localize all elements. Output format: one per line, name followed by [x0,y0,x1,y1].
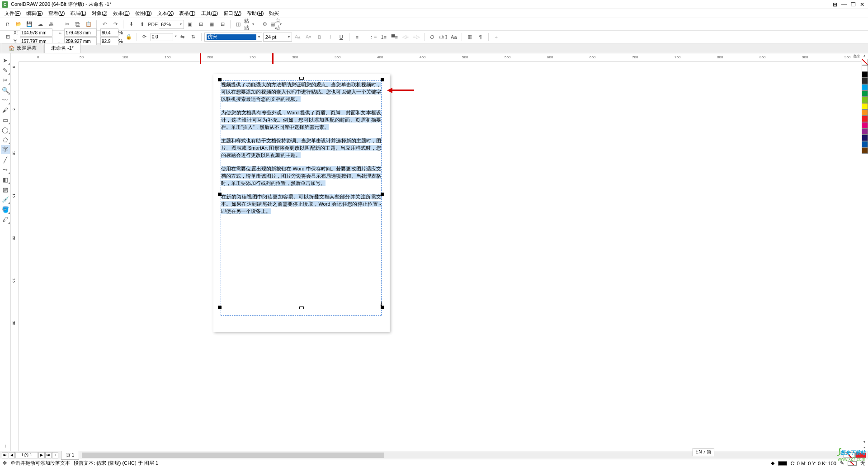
expand-toolbox-button[interactable]: + [1,441,10,450]
export-button[interactable]: ⬆ [137,19,147,29]
columns-button[interactable]: ▥ [465,32,475,42]
next-page-button[interactable]: ▶ [38,452,45,458]
minimize-button[interactable]: — [840,1,848,8]
color-swatch[interactable] [862,97,868,103]
scale-y-input[interactable] [100,37,118,45]
align-button[interactable]: ≡ [352,32,362,42]
paste-button[interactable]: 📋 [84,19,94,29]
polygon-tool[interactable]: ⬠ [1,135,10,144]
palette-up-button[interactable]: ▴ [861,53,868,59]
maximize-button[interactable]: ❐ [849,1,857,8]
color-swatch[interactable] [862,78,868,84]
add-page-button[interactable]: + [52,452,58,458]
text-paragraph[interactable]: 主题和样式也有助于文档保持协调。当您单击设计并选择新的主题时，图片、图表或 Sm… [221,137,381,159]
menu-text[interactable]: 文本(X) [155,9,177,18]
pdf-button[interactable]: PDF [148,19,158,29]
text-flow-handle-bottom[interactable] [299,307,304,309]
new-button[interactable]: 🗋 [3,19,13,29]
mirror-v-button[interactable]: ⇅ [189,32,198,42]
shape-tool[interactable]: ✎ [1,66,10,75]
launch-button[interactable]: ▤ 启动 ▾ [271,19,281,29]
prev-page-button[interactable]: ◀ [9,452,15,458]
guides-button[interactable]: ⊟ [217,19,227,29]
pick-tool[interactable]: ➤ [1,56,10,65]
page-tab[interactable]: 页 1 [61,451,79,460]
menu-object[interactable]: 对象(J) [89,9,110,18]
text-paragraph[interactable]: 在新的阅读视图中阅读更加容易。可以折叠文档某些部分并关注所需文本。如果在达到结尾… [221,193,381,215]
color-swatch[interactable] [862,65,868,71]
text-paragraph[interactable]: 使用在需要位置出现的新按钮在 Word 中保存时间。若要更改图片适应文档的方式，… [221,165,381,187]
no-color-swatch[interactable] [862,59,868,65]
bullets-button[interactable]: ⋮≡ [368,32,378,42]
last-page-button[interactable]: ⏭ [45,452,52,458]
redo-button[interactable]: ↷ [110,19,120,29]
connector-tool[interactable]: ⤳ [1,165,10,174]
grid-button[interactable]: ▦ [207,19,217,29]
menu-effects[interactable]: 效果(C) [110,9,132,18]
scale-x-input[interactable] [100,28,118,37]
options-button[interactable]: ⚙ [260,19,270,29]
rotation-input[interactable] [151,33,173,41]
canvas[interactable]: 视频提供了功能强大的方法帮助您证明您的观点。当您单击联机视频时，可以在想要添加的… [19,61,861,451]
transparency-tool[interactable]: ▨ [1,185,10,194]
horizontal-scrollbar[interactable] [82,453,837,458]
color-swatch[interactable] [862,122,868,128]
print-button[interactable]: 🖶 [46,19,56,29]
first-page-button[interactable]: ⏮ [2,452,8,458]
mirror-h-button[interactable]: ⇋ [178,32,188,42]
page-number-input[interactable] [15,452,38,458]
zoom-select[interactable]: ▾ [159,20,184,29]
help-window-button[interactable]: ⊞ [831,1,839,8]
text-paragraph[interactable]: 视频提供了功能强大的方法帮助您证明您的观点。当您单击联机视频时，可以在想要添加的… [221,81,381,103]
close-button[interactable]: ✕ [858,1,866,8]
home-tab[interactable]: 🏠 欢迎屏幕 [2,43,43,53]
menu-window[interactable]: 窗口(W) [221,9,244,18]
fill-color-indicator[interactable] [778,461,787,466]
crop-tool[interactable]: ✂ [1,75,10,85]
menu-tools[interactable]: 工具(O) [198,9,221,18]
horizontal-ruler[interactable]: 毫米 0501001502002503003504004505005506006… [19,53,861,61]
menu-table[interactable]: 表格(T) [176,9,198,18]
color-swatch[interactable] [862,116,868,122]
eyedropper-tool[interactable]: 💉 [1,195,10,204]
bold-button[interactable]: B [315,32,325,42]
indent-dec-button[interactable]: ◁≡ [401,32,410,42]
color-swatch[interactable] [862,103,868,109]
text-direction-button[interactable]: ¶ [476,32,486,42]
text-overflow-indicator[interactable]: ⤓ [379,300,384,307]
ellipse-tool[interactable]: ◯ [1,125,10,134]
menu-edit[interactable]: 编辑(E) [24,9,46,18]
selection-handle[interactable] [218,78,222,81]
open-button[interactable]: 📂 [14,19,24,29]
menu-bitmap[interactable]: 位图(B) [132,9,155,18]
text-paragraph[interactable]: 为使您的文档具有专业外观，Word 提供了页眉、页脚、封面和文本框设计，这些设计… [221,109,381,131]
width-input[interactable] [64,28,97,37]
menu-view[interactable]: 查看(V) [46,9,68,18]
cut-button[interactable]: ✂ [62,19,72,29]
ruler-button[interactable]: ⊞ [196,19,206,29]
color-swatch[interactable] [862,109,868,116]
color-swatch[interactable] [862,135,868,141]
font-size-select[interactable]: ▾ [263,33,292,42]
freehand-tool[interactable]: 〰 [1,95,10,104]
fullscreen-button[interactable]: ▣ [185,19,195,29]
menu-file[interactable]: 文件(F) [2,9,24,18]
document-tab[interactable]: 未命名 -1* [44,43,80,53]
zoom-input[interactable] [161,22,178,27]
artistic-media-tool[interactable]: 🖌 [1,105,10,114]
dropcap-button[interactable]: ▀≡ [390,32,400,42]
color-swatch[interactable] [862,128,868,135]
canvas-area[interactable]: 毫米 0501001502002503003504004505005506006… [11,53,861,451]
drop-shadow-tool[interactable]: ◧ [1,175,10,184]
lock-ratio-button[interactable]: 🔒 [124,32,134,42]
opentype-button[interactable]: O [427,32,437,42]
rectangle-tool[interactable]: ▭ [1,115,10,124]
selection-handle[interactable] [218,193,222,196]
undo-button[interactable]: ↶ [99,19,109,29]
text-properties-button[interactable]: Aa [449,32,459,42]
italic-button[interactable]: I [326,32,335,42]
paragraph-text-frame[interactable]: 视频提供了功能强大的方法帮助您证明您的观点。当您单击联机视频时，可以在想要添加的… [221,80,382,316]
font-family-input[interactable] [207,34,256,40]
outline-color-indicator[interactable] [848,461,857,466]
selection-handle[interactable] [218,306,222,309]
